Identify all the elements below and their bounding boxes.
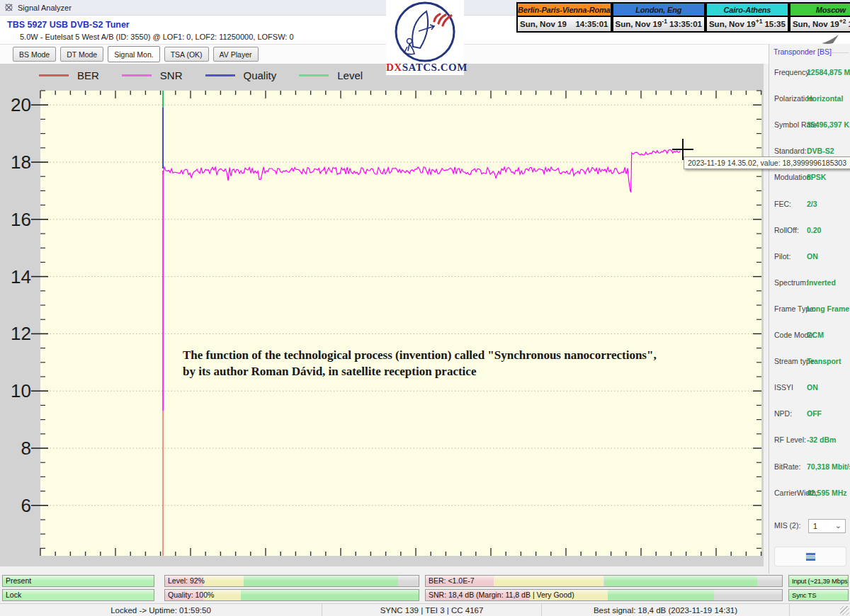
field-value: CCM	[807, 331, 824, 339]
clock-date: Sun, Nov 19	[616, 20, 662, 28]
y-axis-label-14: 14	[1, 266, 31, 287]
y-axis-label-20: 20	[1, 94, 31, 116]
stream-save-button[interactable]	[774, 547, 846, 566]
clock-utc-offset: +2	[839, 18, 846, 25]
bar-snr: SNR: 18,4 dB (Margin: 11,8 dB | Very Goo…	[425, 589, 783, 601]
clock-time: 13:35:01	[669, 20, 702, 28]
clock-berlin-paris-vienna-roma: Berlin-Paris-Vienna-RomaSun, Nov 1914:35…	[516, 2, 612, 34]
bar-level: Level: 92%	[164, 575, 419, 587]
transponder-row-issyi: ISSYION	[769, 383, 850, 393]
tab-bs-mode[interactable]: BS Mode	[13, 47, 56, 62]
y-axis-label-18: 18	[1, 152, 31, 173]
clock-city-header: London, Eng	[612, 2, 706, 17]
field-label: Standard:	[774, 147, 807, 155]
status-section-2: SYNC 139 | TEI 3 | CC 4167	[322, 604, 542, 616]
dxsatcs-logo: DXSATCS.COM	[386, 0, 464, 75]
transponder-row-standard: Standard:DVB-S2	[769, 147, 850, 156]
bar-label: SNR: 18,4 dB (Margin: 11,8 dB | Very Goo…	[429, 590, 574, 600]
mode-tabs: BS ModeDT ModeSignal Mon.TSA (OK)AV Play…	[0, 44, 769, 64]
field-value: Inverted	[807, 278, 836, 287]
transponder-row-carrierwidth: CarrierWidth:42,595 MHz	[769, 489, 850, 498]
flag-label: Lock	[6, 590, 21, 600]
field-value: 2/3	[807, 200, 817, 208]
value-tooltip: 2023-11-19 14.35.02, value: 18,399999618…	[684, 156, 850, 169]
transponder-group-title: Transponder [BS]	[774, 47, 832, 56]
mis-label: MIS (2):	[774, 521, 800, 530]
transponder-row-frequency: Frequency:12584,875 MHz	[769, 68, 850, 78]
swoosh-decoration	[820, 33, 842, 48]
field-value: Transport	[807, 357, 841, 365]
tab-av-player[interactable]: AV Player	[213, 47, 259, 62]
tail-input-21-39-mbps-: Input (~21,39 Mbps)	[788, 575, 849, 587]
transponder-row-rolloff: RollOff:0.20	[769, 226, 850, 236]
transponder-row-polarization: Polarization:Horizontal	[769, 94, 850, 104]
bar-label: BER: <1.0E-7	[429, 576, 475, 586]
field-label: RollOff:	[774, 226, 799, 234]
clock-city-header: Moscow	[789, 2, 850, 17]
transponder-panel: Transponder [BS] Frequency:12584,875 MHz…	[769, 44, 850, 574]
clock-utc-offset: -1	[662, 18, 667, 25]
tail-label: Sync TS	[792, 590, 816, 600]
clock-time-row: Sun, Nov 1914:35:01	[516, 17, 612, 33]
field-label: BitRate:	[774, 462, 800, 471]
field-label: Spectrum:	[774, 278, 808, 287]
field-label: Pilot:	[774, 252, 790, 261]
clock-time-row: Sun, Nov 19-113:35:01	[612, 17, 706, 33]
field-value: ON	[807, 252, 818, 261]
world-clocks: Berlin-Paris-Vienna-RomaSun, Nov 1914:35…	[516, 2, 849, 34]
app-icon	[4, 3, 13, 12]
tab-signal-mon-[interactable]: Signal Mon.	[108, 46, 159, 62]
y-axis-label-16: 16	[1, 208, 31, 230]
field-label: NPD:	[774, 409, 792, 418]
tab-dt-mode[interactable]: DT Mode	[60, 47, 103, 62]
clock-time-row: Sun, Nov 19+216:35	[789, 17, 850, 33]
tab-tsa-ok-[interactable]: TSA (OK)	[164, 47, 209, 62]
clock-time: 14:35:01	[575, 20, 608, 28]
status-bar: Locked -> Uptime: 01:59:50SYNC 139 | TEI…	[0, 603, 850, 616]
field-value: 42,595 MHz	[807, 489, 847, 497]
y-axis-label-8: 8	[1, 438, 31, 460]
signal-monitor-chart: BERSNRQualityLevel 68101214161820 The fu…	[0, 64, 764, 566]
transponder-row-spectrum: Spectrum:Inverted	[769, 278, 850, 288]
field-label: RF Level:	[774, 435, 806, 444]
field-value: Long Frame	[807, 304, 849, 313]
transponder-row-bitrate: BitRate:70,318 Mbit/s	[769, 462, 850, 472]
clock-utc-offset: +1	[756, 18, 763, 25]
clock-london-eng: London, EngSun, Nov 19-113:35:01	[612, 2, 706, 34]
transponder-row-modulation: Modulation:8PSK	[769, 173, 850, 183]
signal-plot	[0, 64, 764, 566]
field-label: Frequency:	[774, 68, 812, 76]
clock-cairo-athens: Cairo-AthensSun, Nov 19+115:35	[706, 2, 789, 34]
transponder-row-fec: FEC:2/3	[769, 200, 850, 210]
mis-select[interactable]: 1 ⌄	[808, 519, 846, 533]
signal-analyzer-window: Signal Analyzer TBS 5927 USB DVB-S2 Tune…	[0, 0, 850, 616]
clock-city-header: Cairo-Athens	[706, 2, 789, 17]
transponder-row-pilot: Pilot:ON	[769, 252, 850, 262]
field-value: 70,318 Mbit/s	[807, 462, 850, 471]
bar-label: Quality: 100%	[168, 590, 214, 600]
transponder-row-rf-level: RF Level:-32 dBm	[769, 435, 850, 445]
field-value: DVB-S2	[807, 147, 834, 155]
tail-label: Input (~21,39 Mbps)	[792, 576, 849, 586]
bar-ber: BER: <1.0E-7	[425, 575, 783, 587]
field-value: -32 dBm	[807, 435, 836, 444]
transponder-row-frame-type: Frame Type:Long Frame	[769, 304, 850, 314]
tuner-details: 5.0W - Eutelsat 5 West A/B (ID: 3550) @ …	[20, 33, 294, 41]
bar-gloss	[3, 590, 154, 595]
record-list-icon	[805, 552, 816, 561]
window-title: Signal Analyzer	[18, 4, 72, 12]
field-value: OFF	[807, 409, 822, 418]
resize-grip[interactable]	[840, 606, 849, 615]
status-section-1: Locked -> Uptime: 01:59:50	[0, 604, 322, 616]
clock-city-header: Berlin-Paris-Vienna-Roma	[516, 2, 612, 17]
signal-status-bars: PresentLevel: 92%BER: <1.0E-7Input (~21,…	[0, 575, 850, 603]
transponder-row-code-mode: Code Mode:CCM	[769, 331, 850, 341]
field-value: 0.20	[807, 226, 821, 234]
signal-row-1: PresentLevel: 92%BER: <1.0E-7Input (~21,…	[0, 575, 850, 587]
field-label: FEC:	[774, 200, 791, 208]
flag-label: Present	[6, 576, 31, 586]
chart-annotation: The function of the technological proces…	[183, 347, 764, 380]
status-section-3: Best signal: 18,4 dB (2023-11-19 14:31)	[542, 604, 790, 616]
y-axis-label-12: 12	[1, 323, 31, 345]
dxsatcs-wordmark: DXSATCS.COM	[386, 62, 464, 74]
